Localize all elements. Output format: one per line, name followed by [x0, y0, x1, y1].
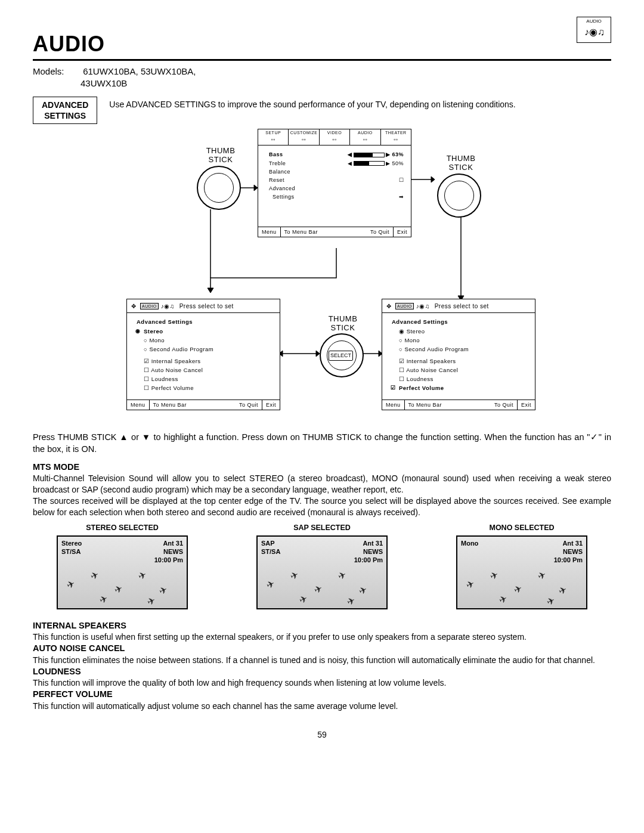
osd-adv-item: Mono [392, 336, 529, 345]
osd-adv-item: Auto Noise Cancel [137, 366, 274, 375]
osd-menu-row: Advanced [258, 184, 411, 193]
osd-adv-item: Internal Speakers [137, 357, 274, 366]
osd-tab: THEATER▫▫ [381, 129, 411, 145]
osd-tab: SETUP▫▫ [258, 129, 289, 145]
tv-example: SAP SELECTEDSAPAnt 31ST/SANEWS10:00 Pm✈✈… [256, 523, 388, 609]
models-block: Models: 61UWX10BA, 53UWX10BA, 43UWX10B [33, 66, 611, 90]
models-label: Models: [33, 66, 80, 78]
section-heading: AUTO NOISE CANCEL [33, 643, 611, 655]
thumbstick-icon-2 [437, 174, 481, 218]
section-body: This function will automatically adjust … [33, 701, 611, 712]
tv-examples-row: STEREO SELECTEDStereoAnt 31ST/SANEWS10:0… [57, 523, 587, 609]
mts-p1: Multi-Channel Television Sound will allo… [33, 473, 611, 496]
osd-tab: AUDIO▫▫ [350, 129, 380, 145]
osd-adv-item: Loudness [137, 375, 274, 384]
tv-example: STEREO SELECTEDStereoAnt 31ST/SANEWS10:0… [57, 523, 188, 609]
osd-adv-item: Mono [137, 336, 274, 345]
mts-mode-heading: MTS MODE [33, 462, 611, 473]
instruction-paragraph: Press THUMB STICK ▲ or ▼ to highlight a … [33, 432, 611, 455]
osd-adv-item: Auto Noise Cancel [392, 366, 529, 375]
select-label: SELECT [329, 351, 353, 360]
models-line1: 61UWX10BA, 53UWX10BA, [83, 66, 196, 76]
section-body: This function eliminates the noise betwe… [33, 655, 611, 666]
svg-marker-9 [316, 351, 320, 357]
svg-marker-4 [431, 176, 435, 182]
page-title: AUDIO [33, 30, 105, 59]
osd-adv-item: Perfect Volume [392, 384, 529, 393]
osd-menu-row: Bass◀▶ 63% [258, 150, 411, 159]
osd-advanced-left: ✥AUDIO♪◉♫Press select to set Advanced Se… [126, 299, 280, 410]
thumbstick-label-3: THUMBSTICK [322, 315, 364, 332]
models-line2: 43UWX10B [80, 78, 127, 88]
osd-adv-item: Second Audio Program [392, 345, 529, 354]
osd-menu-row: Reset☐ [258, 176, 411, 184]
osd-adv-item: Perfect Volume [137, 384, 274, 393]
osd-adv-item: Stereo [137, 327, 274, 336]
section-heading: INTERNAL SPEAKERS [33, 620, 611, 632]
section-body: This function will improve the quality o… [33, 677, 611, 689]
osd-adv-item: Internal Speakers [392, 357, 529, 366]
advanced-settings-box: ADVANCED SETTINGS [33, 97, 97, 124]
osd-menu-row: Treble◀▶ 50% [258, 159, 411, 168]
osd-tab: VIDEO▫▫ [320, 129, 350, 145]
osd-adv-item: Loudness [392, 375, 529, 384]
diagram: THUMBSTICK SETUP▫▫CUSTOMIZE▫▫VIDEO▫▫AUDI… [83, 129, 561, 421]
section-body: This function is useful when first setti… [33, 631, 611, 643]
corner-audio-badge: AUDIO ♪◉♫ [577, 17, 611, 43]
osd-tab: CUSTOMIZE▫▫ [289, 129, 319, 145]
thumbstick-label-2: THUMBSTICK [440, 154, 482, 172]
svg-marker-7 [208, 288, 213, 293]
page-number: 59 [33, 729, 611, 741]
mts-p2: The sources received will be displayed a… [33, 496, 611, 518]
tv-example: MONO SELECTEDMonoAnt 31NEWS10:00 Pm✈✈✈✈✈… [456, 523, 587, 609]
section-heading: LOUDNESS [33, 666, 611, 678]
thumbstick-label-1: THUMBSTICK [200, 147, 242, 164]
svg-text:♪◉♫: ♪◉♫ [584, 27, 605, 37]
osd-menu-row: Settings➡ [258, 193, 411, 201]
osd-menu-row: Balance [258, 168, 411, 176]
section-heading: PERFECT VOLUME [33, 689, 611, 701]
osd-advanced-right: ✥AUDIO♪◉♫Press select to set Advanced Se… [382, 299, 535, 410]
osd-adv-item: Second Audio Program [137, 345, 274, 354]
adv-box-l1: ADVANCED [42, 100, 88, 110]
osd-adv-item: Stereo [392, 327, 529, 336]
adv-box-l2: SETTINGS [44, 111, 86, 120]
thumbstick-icon-1 [197, 166, 241, 210]
advanced-settings-desc: Use ADVANCED SETTINGS to improve the sou… [109, 97, 611, 110]
